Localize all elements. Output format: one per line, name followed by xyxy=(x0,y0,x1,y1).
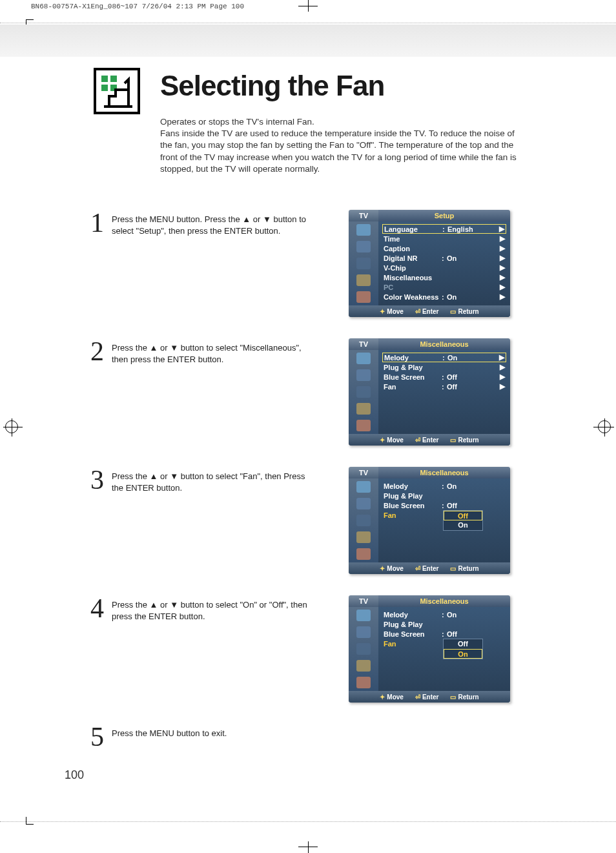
chevron-right-icon: ▶ xyxy=(498,273,505,282)
osd-menu-row: Caption▶ xyxy=(382,243,506,253)
step-4: 4 Press the ▲ or ▼ button to select "On"… xyxy=(65,595,562,708)
osd-row-label: PC xyxy=(384,283,442,291)
osd-row-value: Off xyxy=(447,373,498,381)
sidebar-icon xyxy=(356,291,371,303)
page-icon xyxy=(94,68,140,114)
footer-enter: Enter xyxy=(422,308,439,315)
osd-row-colon: : xyxy=(442,611,447,619)
osd-title: Setup xyxy=(378,210,510,221)
cutline-top xyxy=(0,23,616,23)
footer-return: Return xyxy=(458,308,478,315)
osd-row-label: Fan xyxy=(384,383,442,391)
sidebar-icon xyxy=(356,515,371,526)
osd-row-colon: : xyxy=(442,354,447,362)
osd-title: Miscellaneous xyxy=(378,595,510,607)
chevron-right-icon: ▶ xyxy=(498,283,505,291)
osd-row-colon: : xyxy=(442,225,447,233)
cutline-bottom xyxy=(0,821,616,822)
footer-enter: Enter xyxy=(422,565,439,572)
osd-sidebar xyxy=(349,478,378,562)
osd-menu-row: Digital NR:On▶ xyxy=(382,253,506,263)
osd-row-value: English xyxy=(447,225,498,233)
osd-row-colon: : xyxy=(442,373,447,381)
sidebar-icon xyxy=(356,677,371,688)
osd-dropdown-option: On xyxy=(444,649,482,659)
osd-dropdown: OffOn xyxy=(443,510,483,531)
osd-row-colon: : xyxy=(442,383,447,391)
osd-menu-row: V-Chip▶ xyxy=(382,263,506,272)
osd-sidebar xyxy=(349,221,378,305)
chevron-right-icon: ▶ xyxy=(498,363,505,371)
step-number: 4 xyxy=(90,593,104,624)
footer-return: Return xyxy=(458,437,478,444)
step-text: Press the ▲ or ▼ button to select "Misce… xyxy=(112,342,318,365)
osd-menu-row: Blue Screen:Off▶ xyxy=(382,372,506,382)
footer-move: Move xyxy=(387,694,404,701)
osd-dropdown-option: On xyxy=(444,520,482,530)
crop-mark-bottom xyxy=(298,840,318,853)
osd-menu-row: Melody:On xyxy=(382,610,506,619)
osd-row-label: Miscellaneous xyxy=(384,274,442,282)
page-description: Operates or stops the TV's internal Fan.… xyxy=(160,116,518,175)
osd-menu-row: Fan:Off▶ xyxy=(382,382,506,391)
osd-menu-row: Plug & Play xyxy=(382,619,506,629)
crop-mark-right xyxy=(590,414,616,440)
osd-menu-row: Time▶ xyxy=(382,234,506,243)
osd-row-label: Melody xyxy=(384,611,442,619)
step-number: 1 xyxy=(90,207,104,238)
sidebar-icon xyxy=(356,626,371,638)
osd-row-colon: : xyxy=(442,293,447,301)
osd-menu-row: Language:English▶ xyxy=(382,224,506,234)
osd-row-label: Fan xyxy=(384,640,442,648)
chevron-right-icon: ▶ xyxy=(498,353,504,362)
sidebar-icon xyxy=(356,498,371,509)
footer-return: Return xyxy=(458,694,478,701)
sidebar-icon xyxy=(356,274,371,286)
osd-menu-row: Melody:On▶ xyxy=(382,353,506,362)
sidebar-icon xyxy=(356,241,371,252)
sidebar-icon xyxy=(356,224,371,236)
chevron-right-icon: ▶ xyxy=(498,382,505,391)
sidebar-icon xyxy=(356,420,371,431)
footer-move: Move xyxy=(387,437,404,444)
osd-footer: ✦Move ⏎Enter ▭Return xyxy=(349,562,510,574)
svg-rect-2 xyxy=(101,85,108,91)
sidebar-icon xyxy=(356,610,371,621)
osd-row-colon: : xyxy=(442,482,447,490)
sidebar-icon xyxy=(356,386,371,398)
sidebar-icon xyxy=(356,369,371,381)
chevron-right-icon: ▶ xyxy=(498,254,505,262)
step-text: Press the MENU button. Press the ▲ or ▼ … xyxy=(112,214,318,236)
osd-title: Miscellaneous xyxy=(378,467,510,478)
osd-tv-label: TV xyxy=(349,338,378,350)
osd-row-label: Melody xyxy=(384,354,442,362)
osd-dropdown-option: Off xyxy=(444,511,482,520)
chevron-right-icon: ▶ xyxy=(498,244,505,252)
osd-tv-label: TV xyxy=(349,595,378,607)
osd-row-label: Melody xyxy=(384,482,442,490)
osd-row-label: Language xyxy=(384,225,442,233)
osd-menu-row: Blue Screen:Off xyxy=(382,500,506,510)
osd-menu-row: Plug & Play▶ xyxy=(382,362,506,372)
print-header: BN68-00757A-X1Eng_086~107 7/26/04 2:13 P… xyxy=(31,3,244,10)
footer-return: Return xyxy=(458,565,478,572)
osd-footer: ✦Move ⏎Enter ▭Return xyxy=(349,691,510,703)
chevron-right-icon: ▶ xyxy=(498,234,505,243)
osd-sidebar xyxy=(349,607,378,691)
sidebar-icon xyxy=(356,258,371,269)
step-3: 3 Press the ▲ or ▼ button to select "Fan… xyxy=(65,467,562,580)
page-number: 100 xyxy=(65,768,84,782)
page-subtitle: Operates or stops the TV's internal Fan. xyxy=(160,117,314,127)
osd-row-value: Off xyxy=(447,630,505,638)
chevron-right-icon: ▶ xyxy=(498,373,505,381)
osd-menu-list: Language:English▶Time▶Caption▶Digital NR… xyxy=(378,221,510,305)
osd-fan-dropdown: TV Miscellaneous Melody:OnPlug & PlayBlu… xyxy=(349,467,510,574)
step-number: 3 xyxy=(90,464,104,495)
osd-row-value: Off xyxy=(447,383,498,391)
step-text: Press the ▲ or ▼ button to select "On" o… xyxy=(112,599,318,622)
step-number: 5 xyxy=(90,721,104,752)
osd-setup: TV Setup Language:English▶Time▶Caption▶D… xyxy=(349,210,510,317)
step-5: 5 Press the MENU button to exit. xyxy=(65,724,562,750)
osd-footer: ✦Move ⏎Enter ▭Return xyxy=(349,434,510,446)
osd-menu-row: Plug & Play xyxy=(382,491,506,500)
